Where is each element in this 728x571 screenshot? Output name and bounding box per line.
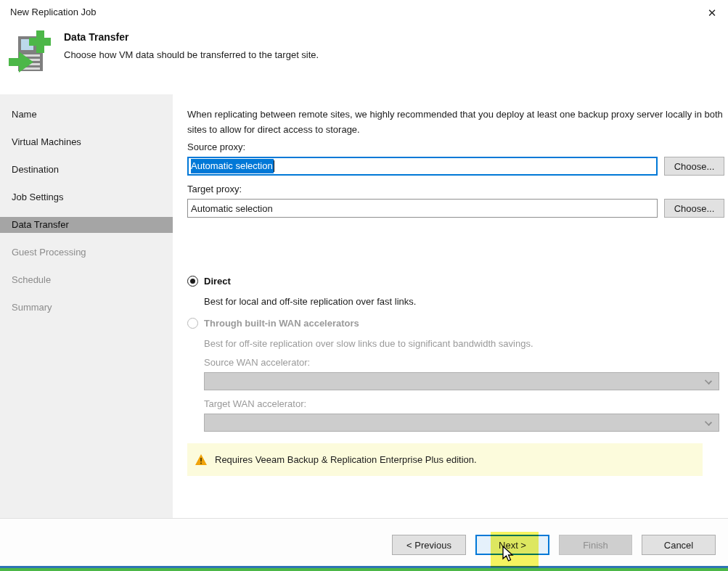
wan-option-label: Through built-in WAN accelerators	[204, 318, 359, 329]
step-subtitle: Choose how VM data should be transferred…	[64, 49, 319, 60]
sidebar-item-summary[interactable]: Summary	[0, 300, 173, 316]
wizard-header: Data Transfer Choose how VM data should …	[0, 25, 728, 94]
source-proxy-value: Automatic selection	[191, 159, 274, 173]
source-proxy-row: Automatic selection Choose...	[187, 157, 724, 176]
target-wan-dropdown	[204, 414, 719, 432]
next-button[interactable]: Next >	[475, 535, 549, 555]
target-wan-label: Target WAN accelerator:	[204, 398, 724, 409]
titlebar: New Replication Job ✕	[0, 0, 728, 25]
warning-icon	[195, 454, 207, 465]
warning-banner: Requires Veeam Backup & Replication Ente…	[187, 443, 703, 476]
intro-text: When replicating between remote sites, w…	[187, 107, 724, 137]
step-content: When replicating between remote sites, w…	[173, 94, 728, 518]
source-proxy-label: Source proxy:	[187, 141, 724, 152]
step-title: Data Transfer	[64, 31, 319, 43]
text-caret	[274, 160, 274, 172]
window-bottom-stripe	[0, 566, 728, 571]
sidebar-item-destination[interactable]: Destination	[0, 162, 173, 178]
target-proxy-label: Target proxy:	[187, 184, 724, 194]
source-proxy-choose-button[interactable]: Choose...	[664, 157, 724, 176]
replication-job-icon	[9, 30, 51, 79]
direct-option-description: Best for local and off-site replication …	[204, 296, 724, 307]
sidebar-item-name[interactable]: Name	[0, 107, 173, 123]
source-wan-dropdown	[204, 372, 719, 390]
wizard-steps-sidebar: Name Virtual Machines Destination Job Se…	[0, 94, 173, 518]
sidebar-item-schedule[interactable]: Schedule	[0, 272, 173, 288]
sidebar-item-data-transfer[interactable]: Data Transfer	[0, 217, 173, 233]
sidebar-item-virtual-machines[interactable]: Virtual Machines	[0, 134, 173, 150]
navigation-buttons: < Previous Next > Finish Cancel	[392, 535, 716, 555]
finish-button: Finish	[559, 535, 632, 555]
wan-option-row: Through built-in WAN accelerators	[187, 318, 724, 329]
source-proxy-input[interactable]: Automatic selection	[187, 157, 658, 176]
target-proxy-choose-button[interactable]: Choose...	[664, 199, 724, 218]
close-icon[interactable]: ✕	[703, 4, 721, 22]
wan-option-description: Best for off-site replication over slow …	[204, 338, 724, 349]
window-title: New Replication Job	[10, 7, 97, 17]
wizard-body: Name Virtual Machines Destination Job Se…	[0, 94, 728, 518]
previous-button[interactable]: < Previous	[392, 535, 466, 555]
direct-option-label: Direct	[204, 276, 231, 287]
target-proxy-row: Automatic selection Choose...	[187, 199, 724, 218]
chevron-down-icon	[705, 419, 712, 426]
green-stripe	[0, 568, 728, 571]
wizard-footer: < Previous Next > Finish Cancel	[0, 518, 728, 571]
source-wan-label: Source WAN accelerator:	[204, 357, 724, 368]
sidebar-item-job-settings[interactable]: Job Settings	[0, 189, 173, 205]
cancel-button[interactable]: Cancel	[642, 535, 716, 555]
target-proxy-value: Automatic selection	[191, 203, 273, 214]
target-proxy-input[interactable]: Automatic selection	[187, 199, 658, 218]
direct-option-row: Direct	[187, 276, 724, 287]
new-replication-job-dialog: New Replication Job ✕ Data Transfer Choo…	[0, 0, 728, 571]
direct-radio[interactable]	[187, 276, 198, 287]
chevron-down-icon	[705, 377, 712, 385]
warning-text: Requires Veeam Backup & Replication Ente…	[215, 454, 477, 465]
wan-radio	[187, 318, 198, 329]
header-text: Data Transfer Choose how VM data should …	[64, 31, 319, 60]
sidebar-item-guest-processing[interactable]: Guest Processing	[0, 245, 173, 260]
